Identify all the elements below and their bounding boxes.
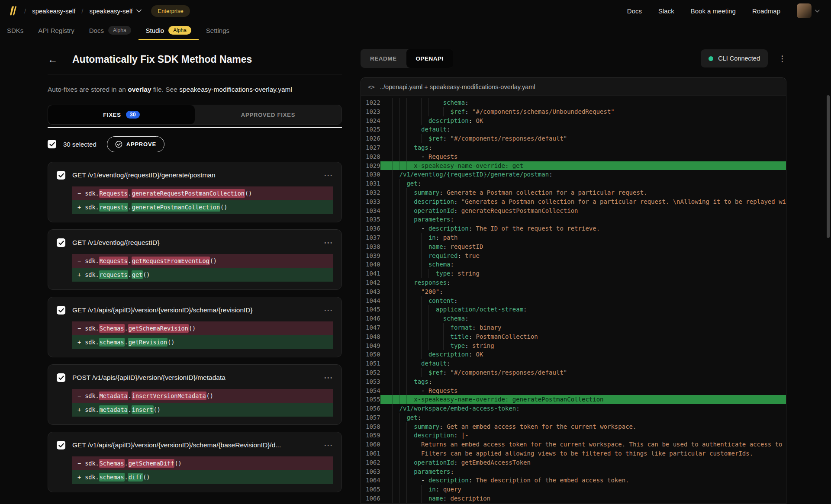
line-number: 1042	[361, 278, 380, 287]
topbar-link-book-a-meeting[interactable]: Book a meeting	[691, 7, 736, 15]
diff-added-line: +sdk.schemas.diff()	[72, 470, 333, 484]
line-number: 1027	[361, 143, 380, 152]
select-all-checkbox[interactable]	[48, 140, 56, 148]
fix-card: GET /v1/eventlog/{requestID}/generate/po…	[48, 162, 342, 222]
code-line: 1047format: binary	[361, 323, 786, 332]
diff-removed-line: −sdk.Schemas.getSchemaDiff()	[72, 456, 333, 470]
code-line: 1025default:	[361, 125, 786, 134]
code-line: 1058summary: Get an embed access token f…	[361, 422, 786, 431]
card-menu-button[interactable]: ⋯	[324, 376, 333, 380]
page-scrollbar-thumb[interactable]	[827, 95, 830, 238]
line-number: 1060	[361, 440, 380, 449]
breadcrumb-separator: /	[81, 7, 83, 15]
user-menu[interactable]	[797, 3, 820, 18]
fixes-tabbar: FIXES 30 APPROVED FIXES	[48, 105, 342, 125]
breadcrumb-org[interactable]: speakeasy-self	[32, 7, 75, 15]
breadcrumb-workspace: speakeasy-self	[89, 7, 132, 15]
code-icon: <>	[368, 83, 374, 90]
topbar-link-slack[interactable]: Slack	[658, 7, 674, 15]
fix-checkbox[interactable]	[57, 171, 65, 180]
line-number: 1040	[361, 260, 380, 269]
code-line: 1066name: description	[361, 494, 786, 503]
code-line: 1051default:	[361, 359, 786, 368]
fixes-panel: ← Automatically Fix SDK Method Names Aut…	[0, 40, 361, 504]
line-number: 1053	[361, 377, 380, 386]
nav-item-settings[interactable]: Settings	[199, 22, 237, 40]
line-number: 1049	[361, 341, 380, 350]
fix-checkbox[interactable]	[57, 373, 65, 382]
line-number: 1062	[361, 458, 380, 467]
nav-item-docs[interactable]: Docs Alpha	[82, 22, 138, 40]
nav-item-api-registry[interactable]: API Registry	[31, 22, 81, 40]
tab-fixes[interactable]: FIXES 30	[48, 105, 195, 124]
back-button[interactable]: ←	[48, 55, 58, 64]
code-line: 1037in: path	[361, 233, 786, 242]
code-line: 1055x-speakeasy-name-override: generateP…	[361, 395, 786, 404]
code-line: 1043"200":	[361, 287, 786, 296]
line-number: 1063	[361, 467, 380, 476]
tab-openapi[interactable]: OPENAPI	[406, 49, 453, 68]
line-number: 1031	[361, 179, 380, 188]
line-number: 1041	[361, 269, 380, 278]
code-line: 1029x-speakeasy-name-override: get	[361, 161, 786, 170]
check-icon	[58, 308, 64, 313]
line-number: 1039	[361, 251, 380, 260]
line-number: 1058	[361, 422, 380, 431]
line-number: 1057	[361, 413, 380, 422]
line-number: 1028	[361, 152, 380, 161]
breadcrumb-separator: /	[24, 7, 26, 15]
readme-openapi-tabbar: README OPENAPI	[361, 49, 453, 68]
topbar-link-roadmap[interactable]: Roadmap	[752, 7, 780, 15]
tab-readme[interactable]: README	[361, 49, 406, 68]
diff-removed-line: −sdk.Requests.getRequestFromEventLog()	[72, 254, 333, 268]
code-line: 1065in: query	[361, 485, 786, 494]
code-line: 1060Returns an embed access token for th…	[361, 440, 786, 449]
line-number: 1066	[361, 494, 380, 503]
line-number: 1056	[361, 404, 380, 413]
topbar-link-docs[interactable]: Docs	[627, 7, 642, 15]
tab-approved-fixes[interactable]: APPROVED FIXES	[195, 105, 341, 124]
fix-checkbox[interactable]	[57, 306, 65, 315]
line-number: 1038	[361, 242, 380, 251]
fix-endpoint-label: POST /v1/apis/{apiID}/version/{versionID…	[72, 374, 317, 382]
card-menu-button[interactable]: ⋯	[324, 241, 333, 245]
line-number: 1036	[361, 224, 380, 233]
primary-nav: SDKs API Registry Docs Alpha Studio Alph…	[0, 22, 831, 40]
fix-card: GET /v1/apis/{apiID}/version/{versionID}…	[48, 432, 342, 492]
code-line: 1022schema:	[361, 98, 786, 107]
line-number: 1046	[361, 314, 380, 323]
card-menu-button[interactable]: ⋯	[324, 308, 333, 313]
line-number: 1064	[361, 476, 380, 485]
top-bar: / speakeasy-self / speakeasy-self Enterp…	[0, 0, 831, 22]
panel-subtitle: Auto-fixes are stored in an overlay file…	[48, 86, 342, 93]
code-line: 1057get:	[361, 413, 786, 422]
fix-checkbox[interactable]	[57, 441, 65, 449]
nav-item-sdks[interactable]: SDKs	[7, 22, 31, 40]
approve-button[interactable]: APPROVE	[107, 136, 164, 152]
check-icon	[58, 173, 64, 178]
overlay-filename: speakeasy-modifications-overlay.yaml	[179, 86, 292, 93]
code-lines: 1022schema:1023$ref: "#/components/schem…	[361, 96, 786, 504]
workspace-switcher[interactable]: speakeasy-self	[89, 7, 142, 15]
speakeasy-logo[interactable]	[7, 5, 18, 16]
code-line: 1038name: requestID	[361, 242, 786, 251]
fix-card-list: GET /v1/eventlog/{requestID}/generate/po…	[48, 162, 342, 492]
card-menu-button[interactable]: ⋯	[324, 443, 333, 448]
code-line: 1040schema:	[361, 260, 786, 269]
tabbar-underline	[48, 127, 342, 128]
fix-endpoint-label: GET /v1/eventlog/{requestID}	[72, 239, 317, 247]
card-menu-button[interactable]: ⋯	[324, 173, 333, 178]
code-line: 1063parameters:	[361, 467, 786, 476]
nav-item-studio[interactable]: Studio Alpha	[138, 22, 199, 40]
code-line: 1044content:	[361, 296, 786, 305]
code-line: 1045application/octet-stream:	[361, 305, 786, 314]
diff-added-line: +sdk.metadata.insert()	[72, 403, 333, 417]
code-line: 1027tags:	[361, 143, 786, 152]
fix-checkbox[interactable]	[57, 238, 65, 247]
diff-added-line: +sdk.schemas.getRevision()	[72, 335, 333, 349]
line-number: 1047	[361, 323, 380, 332]
line-number: 1035	[361, 215, 380, 224]
line-number: 1022	[361, 98, 380, 107]
kebab-menu-button[interactable]: ⋮	[778, 54, 786, 64]
speakeasy-logo-icon	[7, 5, 18, 16]
